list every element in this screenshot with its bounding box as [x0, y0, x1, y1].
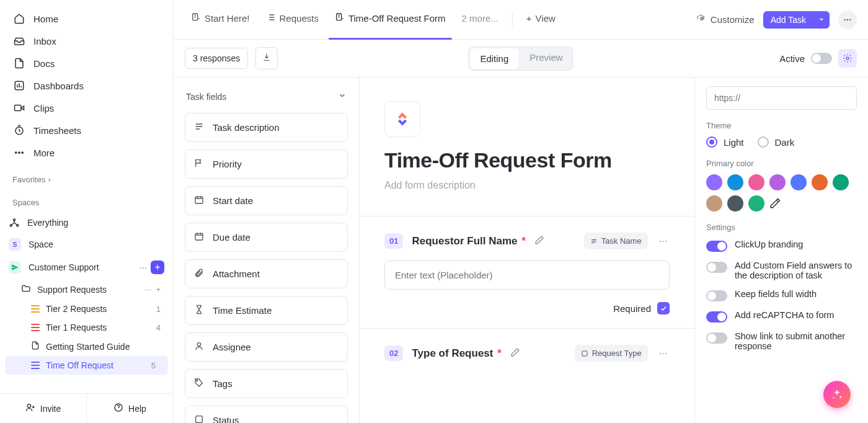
question-2[interactable]: 02 Type of Request * Request Type ··· — [360, 329, 694, 375]
folder-dots-icon[interactable]: ··· — [144, 285, 151, 294]
nav-docs[interactable]: Docs — [5, 52, 168, 74]
sidebar-customer-support[interactable]: Customer Support ··· + — [0, 256, 173, 279]
color-swatch[interactable] — [833, 174, 849, 190]
question-input[interactable] — [384, 260, 670, 290]
list-icon — [31, 362, 40, 369]
list-guide[interactable]: Getting Started Guide — [0, 337, 173, 356]
redirect-url-input[interactable] — [706, 86, 857, 110]
question-menu-button[interactable]: ··· — [657, 345, 670, 362]
field-priority[interactable]: Priority — [185, 149, 348, 179]
setting-resubmit[interactable]: Show link to submit another response — [706, 331, 857, 351]
ai-fab-button[interactable] — [823, 381, 851, 408]
question-menu-button[interactable]: ··· — [657, 233, 670, 249]
color-swatch[interactable] — [727, 195, 743, 212]
color-picker-button[interactable] — [769, 195, 781, 212]
field-description[interactable]: Task description — [185, 113, 348, 142]
invite-button[interactable]: Invite — [0, 394, 86, 423]
add-view-button[interactable]: + View — [520, 7, 562, 32]
nav-home[interactable]: Home — [5, 7, 168, 30]
overflow-menu-button[interactable] — [838, 11, 857, 29]
download-button[interactable] — [255, 47, 278, 69]
toggle[interactable] — [706, 311, 727, 323]
setting-label: ClickUp branding — [735, 239, 803, 249]
customer-support-label: Customer Support — [29, 262, 99, 272]
theme-light[interactable]: Light — [706, 136, 744, 148]
field-tags[interactable]: Tags — [185, 369, 348, 398]
calendar-icon — [194, 231, 204, 243]
form-logo[interactable] — [384, 101, 420, 137]
form-settings-button[interactable] — [838, 49, 857, 68]
tab-start-here[interactable]: Start Here! — [185, 6, 256, 33]
form-description[interactable]: Add form description — [360, 172, 694, 216]
mode-preview[interactable]: Preview — [520, 47, 572, 70]
folder-add-button[interactable]: + — [156, 285, 161, 294]
color-swatch[interactable] — [812, 174, 828, 190]
sidebar-everything[interactable]: Everything — [0, 212, 173, 233]
nav-timesheets[interactable]: Timesheets — [5, 119, 168, 141]
space-dots-icon[interactable]: ··· — [140, 262, 147, 272]
field-label: Status — [213, 415, 239, 423]
help-button[interactable]: Help — [86, 394, 173, 423]
field-status[interactable]: Status — [185, 406, 348, 423]
edit-question-button[interactable] — [534, 235, 544, 247]
color-swatch[interactable] — [769, 174, 786, 190]
required-checkbox[interactable] — [657, 302, 670, 314]
chart-icon — [14, 80, 25, 91]
nav-clips[interactable]: Clips — [5, 97, 168, 119]
setting-branding[interactable]: ClickUp branding — [706, 239, 857, 252]
left-sidebar: Home Inbox Docs Dashboards Clips Timeshe… — [0, 0, 174, 423]
primary-color-label: Primary color — [706, 159, 857, 168]
nav-dashboards[interactable]: Dashboards — [5, 74, 168, 97]
list-tier1[interactable]: Tier 1 Requests 4 — [0, 318, 173, 337]
favorites-header[interactable]: Favorites › — [0, 169, 173, 188]
field-duedate[interactable]: Due date — [185, 223, 348, 252]
active-toggle[interactable] — [811, 53, 832, 64]
field-startdate[interactable]: Start date — [185, 186, 348, 215]
theme-label: Light — [724, 137, 744, 148]
setting-recaptcha[interactable]: Add reCAPTCHA to form — [706, 310, 857, 323]
toggle[interactable] — [706, 241, 727, 252]
tab-more[interactable]: 2 more... — [456, 7, 505, 32]
field-assignee[interactable]: Assignee — [185, 332, 348, 362]
list-label: Tier 2 Requests — [46, 304, 107, 314]
theme-dark[interactable]: Dark — [758, 136, 795, 148]
color-swatch[interactable] — [790, 174, 807, 190]
field-timeestimate[interactable]: Time Estimate — [185, 296, 348, 325]
customize-button[interactable]: Customize — [697, 14, 755, 25]
responses-button[interactable]: 3 responses — [185, 48, 248, 69]
folder-support-requests[interactable]: Support Requests ··· + — [0, 279, 173, 300]
everything-label: Everything — [27, 218, 68, 228]
add-task-button[interactable]: Add Task — [763, 11, 813, 29]
question-title: Requestor Full Name * — [412, 235, 525, 247]
space-add-button[interactable]: + — [151, 260, 164, 274]
add-task-chevron-button[interactable] — [813, 11, 830, 29]
toggle[interactable] — [706, 332, 727, 344]
color-swatch[interactable] — [706, 174, 722, 190]
color-swatch[interactable] — [727, 174, 743, 190]
chevron-down-icon — [338, 91, 347, 102]
sidebar-space[interactable]: S Space — [0, 233, 173, 256]
tab-requests[interactable]: Requests — [260, 6, 325, 33]
tab-form[interactable]: Time-Off Request Form — [329, 6, 452, 33]
toggle[interactable] — [706, 290, 727, 301]
nav-inbox[interactable]: Inbox — [5, 30, 168, 52]
color-swatches — [706, 174, 857, 212]
field-type-badge: Request Type — [575, 345, 648, 362]
question-1[interactable]: 01 Requestor Full Name * Task Name ··· R… — [360, 216, 694, 328]
list-timeoff[interactable]: Time Off Request 5 — [5, 356, 168, 375]
field-attachment[interactable]: Attachment — [185, 259, 348, 288]
mode-editing[interactable]: Editing — [470, 48, 518, 69]
setting-cfdesc[interactable]: Add Custom Field answers to the descript… — [706, 260, 857, 280]
edit-question-button[interactable] — [510, 347, 520, 360]
setting-fullwidth[interactable]: Keep fields full width — [706, 289, 857, 301]
color-swatch[interactable] — [748, 195, 764, 212]
form-title[interactable]: Time-Off Request Form — [360, 148, 694, 172]
list-tier2[interactable]: Tier 2 Requests 1 — [0, 300, 173, 318]
task-fields-header[interactable]: Task fields — [185, 89, 348, 105]
color-swatch[interactable] — [748, 174, 764, 190]
nav-more[interactable]: More — [5, 141, 168, 164]
color-swatch[interactable] — [706, 195, 722, 212]
svg-point-17 — [846, 57, 849, 60]
toggle[interactable] — [706, 262, 727, 273]
hourglass-icon — [194, 305, 204, 316]
